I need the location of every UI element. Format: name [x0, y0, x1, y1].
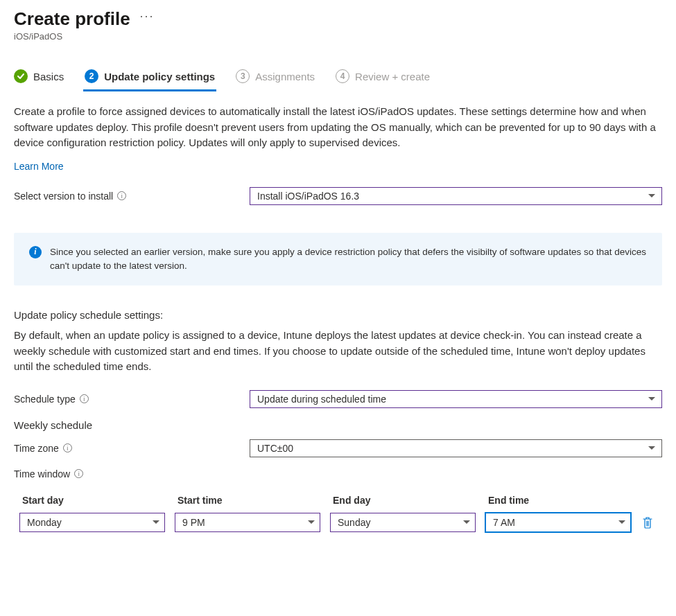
info-icon[interactable]: i: [74, 469, 83, 478]
tab-label: Review + create: [355, 71, 430, 82]
chevron-down-icon: [307, 520, 315, 524]
tab-basics[interactable]: Basics: [14, 65, 64, 91]
tab-assignments[interactable]: 3 Assignments: [236, 65, 315, 91]
schedule-settings-heading: Update policy schedule settings:: [14, 309, 662, 321]
step-number-icon: 3: [236, 69, 250, 83]
label-text: Schedule type: [14, 394, 76, 405]
step-number-icon: 2: [85, 69, 98, 83]
wizard-tabs: Basics 2 Update policy settings 3 Assign…: [14, 65, 662, 91]
select-value: Install iOS/iPadOS 16.3: [257, 191, 359, 202]
page-title: Create profile: [14, 8, 130, 30]
chevron-down-icon: [618, 520, 626, 524]
end-time-header: End time: [485, 495, 631, 506]
banner-text: Since you selected an earlier version, m…: [50, 245, 648, 274]
info-icon[interactable]: i: [63, 443, 72, 452]
time-window-row: Start day Monday Start time 9 PM End day…: [14, 495, 662, 532]
select-value: 7 AM: [493, 517, 515, 528]
label-text: Time zone: [14, 443, 59, 454]
chevron-down-icon: [648, 397, 656, 401]
info-icon[interactable]: i: [80, 394, 89, 403]
version-select[interactable]: Install iOS/iPadOS 16.3: [250, 187, 662, 205]
timezone-select[interactable]: UTC±00: [250, 439, 662, 457]
page-subtitle: iOS/iPadOS: [14, 31, 662, 42]
select-value: 9 PM: [182, 517, 205, 528]
delete-row-button[interactable]: [641, 513, 655, 532]
info-icon: i: [29, 246, 42, 258]
info-icon[interactable]: i: [117, 191, 126, 200]
check-icon: [14, 69, 28, 83]
info-banner: i Since you selected an earlier version,…: [14, 233, 662, 286]
learn-more-link[interactable]: Learn More: [14, 161, 64, 172]
chevron-down-icon: [152, 520, 160, 524]
description-text: Create a profile to force assigned devic…: [14, 104, 662, 151]
chevron-down-icon: [648, 194, 656, 197]
tab-label: Basics: [33, 71, 64, 82]
tab-update-policy-settings[interactable]: 2 Update policy settings: [85, 65, 215, 91]
start-day-header: Start day: [19, 495, 165, 506]
end-time-select[interactable]: 7 AM: [485, 513, 631, 532]
tab-label: Update policy settings: [104, 71, 215, 82]
select-value: Sunday: [338, 517, 370, 528]
tab-review-create[interactable]: 4 Review + create: [336, 65, 430, 91]
more-icon[interactable]: ···: [140, 9, 155, 24]
schedule-type-select[interactable]: Update during scheduled time: [250, 390, 662, 408]
select-value: UTC±00: [257, 443, 293, 454]
select-value: Monday: [27, 517, 62, 528]
end-day-select[interactable]: Sunday: [330, 513, 476, 532]
schedule-type-label: Schedule type i: [14, 394, 250, 405]
step-number-icon: 4: [336, 69, 349, 83]
tab-label: Assignments: [255, 71, 315, 82]
version-label: Select version to install i: [14, 191, 250, 202]
trash-icon: [642, 516, 653, 529]
start-time-header: Start time: [175, 495, 320, 506]
start-time-select[interactable]: 9 PM: [175, 513, 320, 532]
chevron-down-icon: [462, 520, 471, 524]
label-text: Select version to install: [14, 191, 113, 202]
select-value: Update during scheduled time: [257, 394, 386, 405]
weekly-schedule-heading: Weekly schedule: [14, 419, 662, 431]
end-day-header: End day: [330, 495, 476, 506]
timewindow-label: Time window i: [14, 468, 250, 479]
timezone-label: Time zone i: [14, 443, 250, 454]
chevron-down-icon: [648, 446, 656, 450]
label-text: Time window: [14, 468, 70, 479]
start-day-select[interactable]: Monday: [19, 513, 165, 532]
schedule-settings-desc: By default, when an update policy is ass…: [14, 328, 662, 375]
